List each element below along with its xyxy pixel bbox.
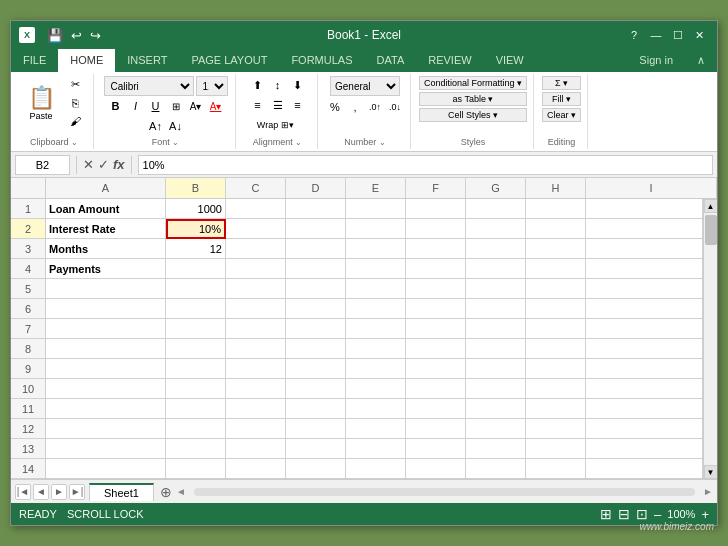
confirm-formula-button[interactable]: ✓ (98, 157, 109, 172)
add-sheet-button[interactable]: ⊕ (156, 482, 176, 502)
row-header-3[interactable]: 3 (11, 239, 45, 259)
cell-c13[interactable] (226, 439, 286, 459)
cell-e14[interactable] (346, 459, 406, 479)
paste-button[interactable]: 📋 Paste (21, 78, 61, 128)
close-button[interactable]: ✕ (691, 26, 709, 44)
cell-g5[interactable] (466, 279, 526, 299)
zoom-in-button[interactable]: + (701, 507, 709, 522)
cell-d10[interactable] (286, 379, 346, 399)
copy-button[interactable]: ⎘ (63, 95, 87, 111)
col-header-a[interactable]: A (46, 178, 166, 198)
cell-d9[interactable] (286, 359, 346, 379)
row-header-13[interactable]: 13 (11, 439, 45, 459)
align-center-button[interactable]: ☰ (269, 96, 287, 114)
cell-e2[interactable] (346, 219, 406, 239)
tab-formulas[interactable]: FORMULAS (279, 49, 364, 72)
cell-c11[interactable] (226, 399, 286, 419)
cell-g13[interactable] (466, 439, 526, 459)
scroll-left-button[interactable]: ◄ (176, 486, 186, 497)
insert-function-button[interactable]: fx (113, 157, 125, 172)
cell-e3[interactable] (346, 239, 406, 259)
row-header-14[interactable]: 14 (11, 459, 45, 479)
cell-h9[interactable] (526, 359, 586, 379)
formula-input[interactable] (138, 155, 713, 175)
font-color-button[interactable]: A▾ (207, 97, 225, 115)
cell-b11[interactable] (166, 399, 226, 419)
cell-e9[interactable] (346, 359, 406, 379)
cell-i11[interactable] (586, 399, 703, 419)
cut-button[interactable]: ✂ (63, 76, 87, 93)
percent-button[interactable]: % (326, 98, 344, 116)
row-header-7[interactable]: 7 (11, 319, 45, 339)
cell-h8[interactable] (526, 339, 586, 359)
comma-button[interactable]: , (346, 98, 364, 116)
cell-a14[interactable] (46, 459, 166, 479)
cell-d12[interactable] (286, 419, 346, 439)
cell-f7[interactable] (406, 319, 466, 339)
cell-h10[interactable] (526, 379, 586, 399)
cell-f14[interactable] (406, 459, 466, 479)
first-sheet-button[interactable]: |◄ (15, 484, 31, 500)
horizontal-scrollbar[interactable] (194, 488, 695, 496)
cell-g4[interactable] (466, 259, 526, 279)
fill-color-button[interactable]: A▾ (187, 97, 205, 115)
row-header-11[interactable]: 11 (11, 399, 45, 419)
cell-f2[interactable] (406, 219, 466, 239)
cell-h3[interactable] (526, 239, 586, 259)
scroll-up-button[interactable]: ▲ (704, 199, 718, 213)
cell-a13[interactable] (46, 439, 166, 459)
last-sheet-button[interactable]: ►| (69, 484, 85, 500)
cell-f4[interactable] (406, 259, 466, 279)
cell-c10[interactable] (226, 379, 286, 399)
row-header-12[interactable]: 12 (11, 419, 45, 439)
col-header-h[interactable]: H (526, 178, 586, 198)
cell-e7[interactable] (346, 319, 406, 339)
cell-styles-button[interactable]: Cell Styles ▾ (419, 108, 527, 122)
cell-i4[interactable] (586, 259, 703, 279)
cell-i5[interactable] (586, 279, 703, 299)
cell-f6[interactable] (406, 299, 466, 319)
cell-f10[interactable] (406, 379, 466, 399)
cell-g11[interactable] (466, 399, 526, 419)
row-header-5[interactable]: 5 (11, 279, 45, 299)
cell-d2[interactable] (286, 219, 346, 239)
next-sheet-button[interactable]: ► (51, 484, 67, 500)
wrap-text-button[interactable]: Wrap (259, 116, 277, 134)
page-layout-view-button[interactable]: ⊟ (618, 506, 630, 522)
col-header-b[interactable]: B (166, 178, 226, 198)
cell-e8[interactable] (346, 339, 406, 359)
cell-a12[interactable] (46, 419, 166, 439)
cell-b6[interactable] (166, 299, 226, 319)
conditional-formatting-button[interactable]: Conditional Formatting ▾ (419, 76, 527, 90)
cell-d13[interactable] (286, 439, 346, 459)
fill-button[interactable]: Fill ▾ (542, 92, 581, 106)
scroll-right-button[interactable]: ► (703, 486, 713, 497)
cell-c7[interactable] (226, 319, 286, 339)
cell-c4[interactable] (226, 259, 286, 279)
cell-h11[interactable] (526, 399, 586, 419)
row-header-6[interactable]: 6 (11, 299, 45, 319)
cell-f8[interactable] (406, 339, 466, 359)
cell-c6[interactable] (226, 299, 286, 319)
cell-h14[interactable] (526, 459, 586, 479)
cell-a3[interactable]: Months (46, 239, 166, 259)
format-painter-button[interactable]: 🖌 (63, 113, 87, 129)
minimize-button[interactable]: — (647, 26, 665, 44)
cell-c5[interactable] (226, 279, 286, 299)
cell-e4[interactable] (346, 259, 406, 279)
merge-button[interactable]: ⊞▾ (279, 116, 297, 134)
cell-f11[interactable] (406, 399, 466, 419)
cell-d6[interactable] (286, 299, 346, 319)
cell-e1[interactable] (346, 199, 406, 219)
align-top-button[interactable]: ⬆ (249, 76, 267, 94)
font-name-select[interactable]: Calibri (104, 76, 194, 96)
help-button[interactable]: ? (625, 26, 643, 44)
number-format-select[interactable]: General (330, 76, 400, 96)
cell-e10[interactable] (346, 379, 406, 399)
prev-sheet-button[interactable]: ◄ (33, 484, 49, 500)
border-button[interactable]: ⊞ (167, 97, 185, 115)
zoom-out-button[interactable]: – (654, 507, 661, 522)
align-middle-button[interactable]: ↕ (269, 76, 287, 94)
font-size-select[interactable]: 11 (196, 76, 228, 96)
cell-a2[interactable]: Interest Rate (46, 219, 166, 239)
